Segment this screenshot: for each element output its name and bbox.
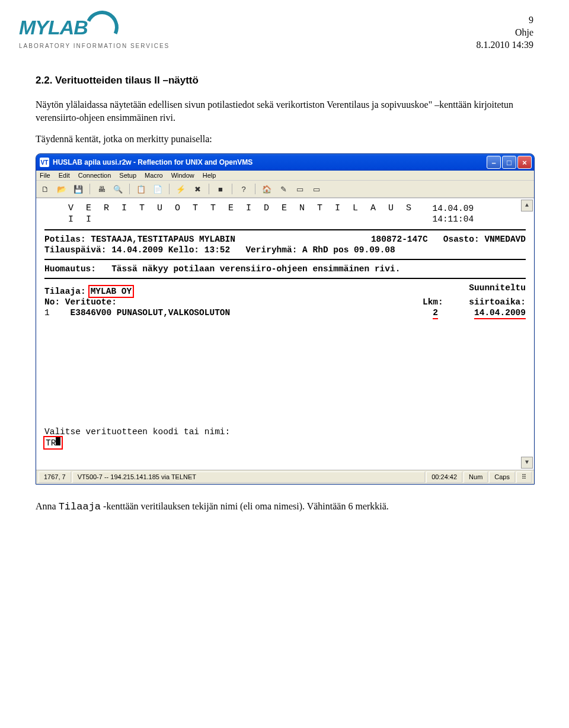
status-time: 00:24:42 — [426, 472, 462, 483]
maximize-button[interactable]: □ — [502, 156, 516, 169]
product-code: E3846V00 — [71, 308, 112, 318]
menu-connection[interactable]: Connection — [78, 172, 111, 179]
toolbar-sep — [232, 184, 232, 194]
logo: MYLAB LABORATORY INFORMATION SERVICES — [19, 11, 170, 49]
menu-edit[interactable]: Edit — [59, 172, 70, 179]
window-icon: VT — [40, 158, 49, 167]
logo-text: MYLAB — [19, 16, 88, 39]
planned-date[interactable]: 14.04.2009 — [474, 308, 526, 319]
status-pos: 1767, 7 — [39, 472, 71, 483]
order-time: 13:52 — [204, 245, 231, 255]
pencil-icon[interactable]: ✎ — [277, 182, 290, 195]
columns-header: No: Verituote: Lkm: siirtoaika: — [44, 297, 526, 307]
terminal-header-time: 14:11:04 — [432, 214, 474, 224]
toolbar-sep — [129, 184, 130, 194]
window-menubar[interactable]: File Edit Connection Setup Macro Window … — [36, 171, 534, 181]
window-title: HUSLAB apila uusi.r2w - Reflection for U… — [53, 158, 487, 166]
patient-row: Potilas: TESTAAJA,TESTITAPAUS MYLABIN 18… — [44, 234, 526, 245]
form2-icon[interactable]: ▭ — [310, 182, 323, 195]
order-row: Tilauspäivä: 14.04.2009 Kello: 13:52 Ver… — [44, 245, 526, 255]
disconnect-icon[interactable]: ✖ — [191, 182, 204, 195]
minimize-button[interactable]: – — [487, 156, 501, 169]
toolbar-sep — [169, 184, 170, 194]
connect-icon[interactable]: ⚡ — [174, 182, 187, 195]
menu-help[interactable]: Help — [203, 172, 216, 179]
menu-window[interactable]: Window — [171, 172, 194, 179]
order-date: 14.04.2009 — [111, 245, 163, 255]
menu-macro[interactable]: Macro — [145, 172, 163, 179]
status-caps: Caps — [489, 472, 515, 483]
terminal-header: V E R I T U O T T E I D E N T I L A U S … — [44, 203, 526, 226]
footer-code: Tilaaja — [59, 501, 101, 512]
product-name: PUNASOLUT,VALKOSOLUTON — [117, 308, 230, 318]
planned-label-2: siirtoaika: — [469, 297, 526, 307]
separator-line — [44, 278, 526, 279]
menu-setup[interactable]: Setup — [119, 172, 136, 179]
planned-label-1: Suunniteltu — [469, 283, 526, 297]
window-statusbar: 1767, 7 VT500-7 -- 194.215.141.185 via T… — [36, 470, 534, 484]
terminal-screen-title: V E R I T U O T T E I D E N T I L A U S … — [44, 203, 432, 226]
section-heading: 2.2. Verituotteiden tilaus II –näyttö — [36, 75, 533, 86]
toolbar-sep — [255, 184, 255, 194]
help-icon[interactable]: ? — [237, 182, 250, 195]
toolbar-sep — [209, 184, 209, 194]
close-button[interactable]: × — [517, 156, 532, 169]
paragraph-2: Täydennä kentät, jotka on merkitty punai… — [36, 133, 533, 146]
order-bloodgroup: A RhD pos 09.09.08 — [302, 245, 395, 255]
window-toolbar: 🗋 📂 💾 🖶 🔍 📋 📄 ⚡ ✖ ■ ? 🏠 ✎ ▭ ▭ — [36, 181, 534, 198]
ward: VNMEDAVD — [484, 235, 526, 244]
window-titlebar[interactable]: VT HUSLAB apila uusi.r2w - Reflection fo… — [36, 154, 534, 171]
tilaaja-row: Tilaaja: MYLAB OY Suunniteltu — [44, 283, 526, 297]
home-icon[interactable]: 🏠 — [260, 182, 273, 195]
scroll-down-icon[interactable]: ▼ — [521, 457, 533, 469]
remark-row: Huomautus: Tässä näkyy potilaan verensii… — [44, 264, 526, 274]
paste-icon[interactable]: 📄 — [151, 182, 164, 195]
prompt-area: Valitse verituotteen koodi tai nimi: TR — [44, 426, 230, 448]
reflection-window: VT HUSLAB apila uusi.r2w - Reflection fo… — [36, 153, 535, 485]
terminal-header-date: 14.04.09 — [432, 204, 474, 213]
patient-name: TESTAAJA,TESTITAPAUS MYLABIN — [91, 235, 235, 244]
cursor-icon — [56, 437, 60, 445]
logo-subtitle: LABORATORY INFORMATION SERVICES — [19, 43, 170, 49]
toolbar-sep — [89, 184, 90, 194]
save-icon[interactable]: 💾 — [72, 182, 85, 195]
print-icon[interactable]: 🖶 — [95, 182, 108, 195]
open-icon[interactable]: 📂 — [55, 182, 68, 195]
prompt-label: Valitse verituotteen koodi tai nimi: — [44, 426, 230, 437]
menu-file[interactable]: File — [40, 172, 50, 179]
qty-value[interactable]: 2 — [433, 308, 438, 319]
terminal-area[interactable]: ▲ ▼ V E R I T U O T T E I D E N T I L A … — [36, 198, 534, 470]
row-no: 1 — [44, 308, 50, 318]
remark-text: Tässä näkyy potilaan verensiiro-ohjeen e… — [111, 264, 400, 274]
copy-icon[interactable]: 📋 — [135, 182, 148, 195]
separator-line — [44, 229, 526, 230]
form1-icon[interactable]: ▭ — [293, 182, 306, 195]
tilaaja-value[interactable]: MYLAB OY — [89, 286, 133, 297]
prompt-input[interactable]: TR — [44, 437, 62, 448]
status-grip: ⠿ — [516, 472, 532, 483]
status-conn: VT500-7 -- 194.215.141.185 via TELNET — [72, 472, 426, 483]
find-icon[interactable]: 🔍 — [111, 182, 124, 195]
patient-ssn: 180872-147C — [371, 235, 428, 244]
stop-icon[interactable]: ■ — [214, 182, 227, 195]
status-num: Num — [463, 472, 488, 483]
product-row: 1 E3846V00 PUNASOLUT,VALKOSOLUTON 2 14.0… — [44, 307, 526, 318]
footer-instruction: Anna Tilaaja -kenttään veritilauksen tek… — [36, 501, 533, 512]
separator-line — [44, 259, 526, 260]
scroll-up-icon[interactable]: ▲ — [521, 200, 533, 211]
paragraph-1: Näytön ylälaidassa näytetään edellisen s… — [36, 98, 533, 124]
new-icon[interactable]: 🗋 — [39, 182, 52, 195]
